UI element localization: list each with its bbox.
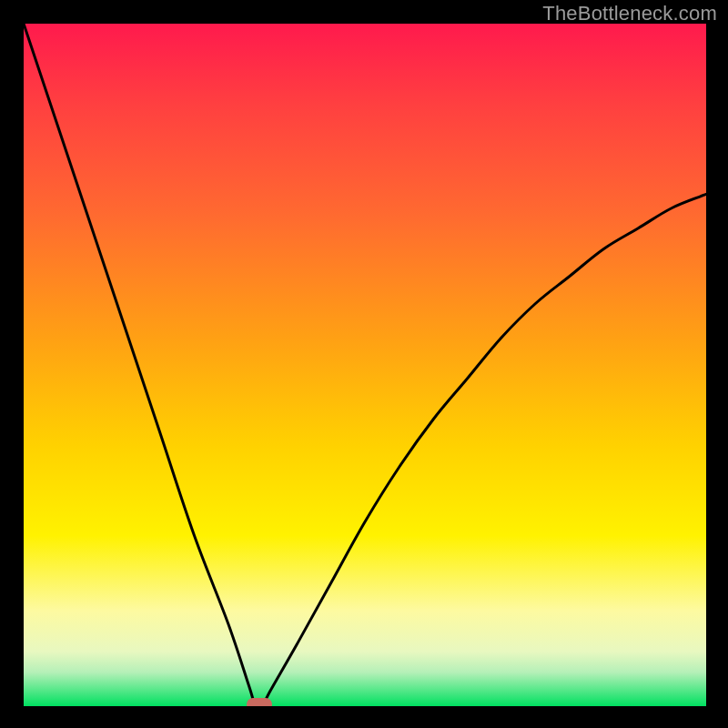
chart-frame: TheBottleneck.com: [0, 0, 728, 728]
bottleneck-curve: [24, 24, 706, 706]
optimum-marker: [247, 698, 272, 706]
plot-area: [24, 24, 706, 706]
watermark: TheBottleneck.com: [542, 2, 717, 25]
